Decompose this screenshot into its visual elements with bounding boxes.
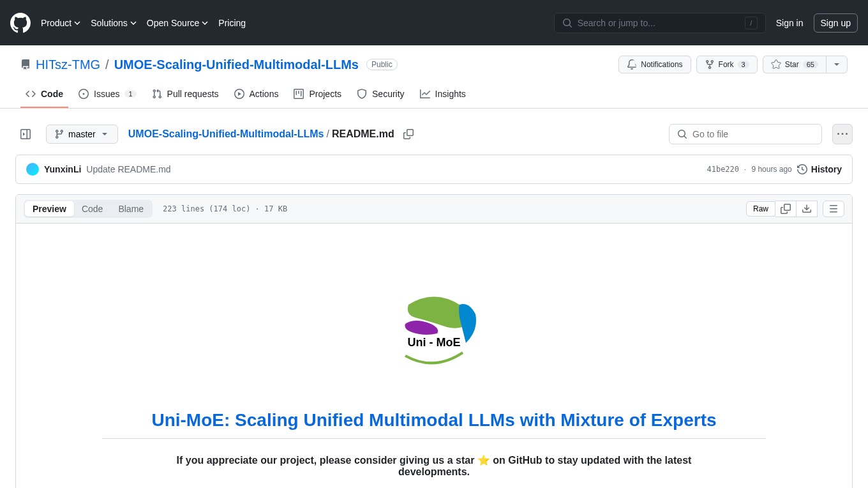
file-navigation: master UMOE-Scaling-Unified-Multimodal-L…	[15, 124, 853, 144]
go-to-file-search[interactable]	[669, 124, 822, 144]
notifications-button[interactable]: Notifications	[618, 56, 691, 73]
main-content: master UMOE-Scaling-Unified-Multimodal-L…	[0, 109, 868, 488]
fork-button[interactable]: Fork 3	[696, 56, 758, 73]
repo-name-link[interactable]: UMOE-Scaling-Unified-Multimodal-LLMs	[114, 57, 359, 72]
star-button-group: Star 65	[763, 56, 848, 73]
tab-projects[interactable]: Projects	[288, 84, 347, 108]
uni-moe-logo-icon: Uni - MoE	[377, 270, 491, 385]
fork-count: 3	[738, 61, 749, 68]
repo-owner-link[interactable]: HITsz-TMG	[36, 57, 100, 72]
code-icon	[26, 89, 36, 99]
copy-icon	[403, 129, 414, 139]
readme-preview: Uni - MoE Uni-MoE: Scaling Unified Multi…	[16, 224, 852, 488]
view-tab-preview[interactable]: Preview	[25, 201, 74, 217]
sidebar-collapse-icon	[20, 129, 31, 139]
project-logo: Uni - MoE	[36, 270, 832, 385]
shield-icon	[357, 89, 367, 99]
raw-button[interactable]: Raw	[746, 201, 775, 217]
star-button[interactable]: Star 65	[763, 56, 826, 73]
triangle-down-icon	[100, 129, 110, 139]
commit-info-bar: YunxinLi Update README.md 41be220 · 9 ho…	[15, 155, 853, 184]
file-content-box: Preview Code Blame 223 lines (174 loc) ·…	[15, 194, 853, 488]
nav-pricing[interactable]: Pricing	[218, 18, 246, 28]
signin-link[interactable]: Sign in	[776, 18, 804, 28]
svg-text:Uni - MoE: Uni - MoE	[408, 336, 461, 349]
graph-icon	[420, 89, 430, 99]
list-icon	[828, 204, 839, 214]
outline-button[interactable]	[823, 201, 844, 217]
breadcrumb-current-file: README.md	[332, 128, 394, 140]
copy-path-button[interactable]	[400, 125, 417, 143]
copy-icon	[781, 204, 791, 214]
search-icon	[562, 18, 572, 28]
commit-author[interactable]: YunxinLi	[44, 164, 81, 174]
chevron-down-icon	[74, 21, 80, 25]
star-count: 65	[803, 61, 818, 68]
global-header: Product Solutions Open Source Pricing Se…	[0, 0, 868, 45]
tab-code[interactable]: Code	[20, 84, 68, 108]
tab-insights[interactable]: Insights	[415, 84, 471, 108]
breadcrumb-root-link[interactable]: UMOE-Scaling-Unified-Multimodal-LLMs	[128, 128, 324, 140]
nav-solutions[interactable]: Solutions	[91, 18, 137, 28]
commit-message[interactable]: Update README.md	[86, 164, 170, 174]
nav-opensource[interactable]: Open Source	[147, 18, 209, 28]
triangle-down-icon	[832, 59, 842, 70]
auth-links: Sign in Sign up	[776, 13, 858, 33]
branch-icon	[54, 129, 64, 139]
repo-separator: /	[105, 57, 109, 72]
commit-sha[interactable]: 41be220	[707, 165, 739, 174]
history-icon	[797, 164, 807, 174]
nav-product[interactable]: Product	[41, 18, 80, 28]
history-button[interactable]: History	[797, 164, 842, 174]
bell-icon	[627, 59, 637, 70]
search-placeholder: Search or jump to...	[578, 18, 740, 28]
author-avatar[interactable]	[26, 163, 39, 176]
tab-actions[interactable]: Actions	[229, 84, 284, 108]
view-tab-code[interactable]: Code	[74, 201, 110, 217]
star-dropdown-button[interactable]	[826, 56, 848, 73]
repo-icon	[20, 59, 31, 70]
file-stats: 223 lines (174 loc) · 17 KB	[163, 204, 287, 213]
view-tab-blame[interactable]: Blame	[110, 201, 151, 217]
search-icon	[677, 129, 687, 139]
issues-icon	[79, 89, 89, 99]
breadcrumb: UMOE-Scaling-Unified-Multimodal-LLMs / R…	[128, 125, 417, 143]
tab-issues[interactable]: Issues1	[73, 84, 142, 108]
pr-icon	[152, 89, 162, 99]
signup-button[interactable]: Sign up	[814, 13, 858, 33]
chevron-down-icon	[202, 21, 208, 25]
repo-actions: Notifications Fork 3 Star 65	[618, 56, 848, 73]
fork-icon	[705, 59, 715, 70]
global-nav: Product Solutions Open Source Pricing	[41, 18, 246, 28]
actions-icon	[234, 89, 244, 99]
go-to-file-input[interactable]	[692, 129, 814, 139]
download-button[interactable]	[797, 201, 818, 217]
projects-icon	[294, 89, 304, 99]
copy-raw-button[interactable]	[775, 201, 797, 217]
more-options-button[interactable]	[832, 124, 853, 144]
view-mode-tabs: Preview Code Blame	[24, 200, 153, 218]
global-search[interactable]: Search or jump to... /	[554, 13, 766, 33]
kbd-slash: /	[745, 17, 758, 29]
branch-selector[interactable]: master	[46, 125, 118, 144]
tab-pull-requests[interactable]: Pull requests	[147, 84, 224, 108]
github-logo-icon[interactable]	[10, 13, 31, 33]
file-toolbar: Preview Code Blame 223 lines (174 loc) ·…	[16, 195, 852, 224]
kebab-icon	[837, 129, 848, 139]
readme-subtitle: If you appreciate our project, please co…	[147, 454, 721, 478]
visibility-badge: Public	[366, 59, 398, 70]
download-icon	[802, 204, 812, 214]
star-icon	[771, 59, 781, 70]
tab-security[interactable]: Security	[352, 84, 410, 108]
chevron-down-icon	[130, 21, 137, 25]
repo-tabs: Code Issues1 Pull requests Actions Proje…	[0, 84, 868, 109]
readme-title[interactable]: Uni-MoE: Scaling Unified Multimodal LLMs…	[102, 410, 766, 439]
file-tree-toggle[interactable]	[15, 124, 36, 144]
commit-time: 9 hours ago	[751, 165, 791, 174]
repo-header: HITsz-TMG / UMOE-Scaling-Unified-Multimo…	[0, 45, 868, 73]
